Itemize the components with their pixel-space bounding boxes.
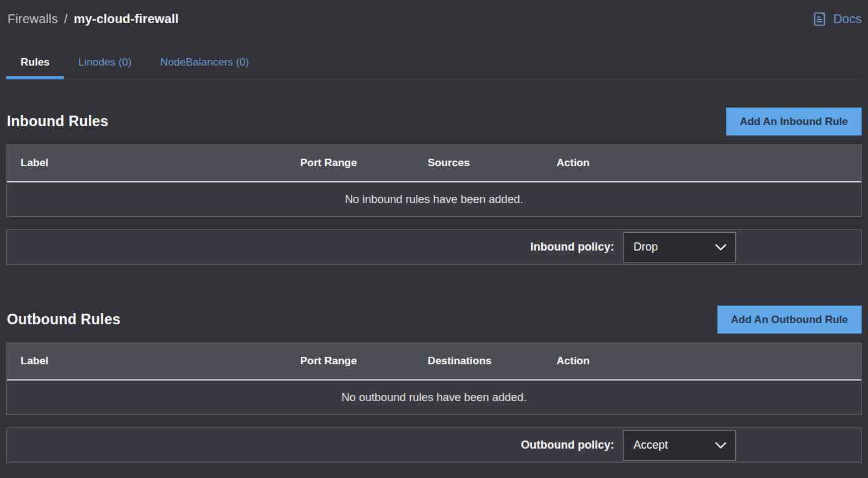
outbound-empty-text: No outbound rules have been added. bbox=[341, 391, 527, 404]
outbound-policy-label: Outbound policy: bbox=[521, 439, 614, 452]
docs-link[interactable]: Docs bbox=[812, 11, 862, 27]
inbound-rules-table: Label Port Range Sources Action No inbou… bbox=[6, 144, 862, 217]
column-header-action: Action bbox=[550, 355, 861, 367]
tab-nodebalancers-label: NodeBalancers (0) bbox=[160, 56, 249, 69]
tab-rules[interactable]: Rules bbox=[6, 49, 64, 79]
page-header: Firewalls / my-cloud-firewall Docs bbox=[6, 0, 862, 30]
firewall-detail-page: Firewalls / my-cloud-firewall Docs Rules… bbox=[0, 0, 868, 478]
column-header-label: Label bbox=[7, 355, 294, 367]
inbound-policy-row: Inbound policy: Drop bbox=[6, 229, 862, 265]
column-header-port-range: Port Range bbox=[294, 157, 421, 169]
outbound-policy-select[interactable]: Accept bbox=[623, 431, 736, 461]
tab-linodes-label: Linodes (0) bbox=[78, 56, 131, 69]
inbound-empty-text: No inbound rules have been added. bbox=[345, 193, 523, 206]
docs-link-label: Docs bbox=[833, 12, 862, 26]
inbound-policy-selected-value: Drop bbox=[633, 241, 658, 254]
column-header-sources: Sources bbox=[421, 157, 550, 169]
breadcrumb-separator: / bbox=[64, 12, 68, 26]
outbound-table-header-row: Label Port Range Destinations Action bbox=[7, 343, 861, 381]
outbound-empty-state-row: No outbound rules have been added. bbox=[7, 381, 861, 414]
chevron-down-icon bbox=[715, 244, 727, 251]
tab-bar: Rules Linodes (0) NodeBalancers (0) bbox=[6, 49, 862, 79]
column-header-port-range: Port Range bbox=[294, 355, 421, 367]
chevron-down-icon bbox=[715, 442, 727, 449]
breadcrumb-firewalls-link[interactable]: Firewalls bbox=[8, 12, 58, 26]
inbound-table-header-row: Label Port Range Sources Action bbox=[7, 145, 861, 182]
column-header-label: Label bbox=[7, 157, 294, 169]
inbound-policy-select[interactable]: Drop bbox=[623, 232, 736, 262]
column-header-action: Action bbox=[550, 157, 861, 169]
inbound-rules-title: Inbound Rules bbox=[6, 113, 108, 130]
column-header-destinations: Destinations bbox=[421, 355, 550, 367]
outbound-rules-title: Outbound Rules bbox=[6, 311, 121, 328]
add-inbound-rule-button[interactable]: Add An Inbound Rule bbox=[726, 107, 862, 136]
outbound-rules-table: Label Port Range Destinations Action No … bbox=[6, 342, 862, 415]
inbound-policy-label: Inbound policy: bbox=[530, 241, 614, 254]
breadcrumb-current-firewall: my-cloud-firewall bbox=[74, 12, 179, 26]
docs-icon bbox=[812, 11, 827, 27]
tab-nodebalancers[interactable]: NodeBalancers (0) bbox=[146, 49, 263, 79]
outbound-section-header: Outbound Rules Add An Outbound Rule bbox=[6, 306, 862, 334]
tab-linodes[interactable]: Linodes (0) bbox=[64, 49, 146, 79]
outbound-policy-row: Outbound policy: Accept bbox=[6, 427, 862, 463]
add-outbound-rule-button[interactable]: Add An Outbound Rule bbox=[717, 306, 862, 334]
breadcrumb: Firewalls / my-cloud-firewall bbox=[6, 12, 179, 26]
inbound-section-header: Inbound Rules Add An Inbound Rule bbox=[6, 107, 862, 136]
outbound-policy-selected-value: Accept bbox=[633, 439, 668, 452]
tab-rules-label: Rules bbox=[21, 56, 49, 69]
inbound-empty-state-row: No inbound rules have been added. bbox=[7, 182, 861, 216]
